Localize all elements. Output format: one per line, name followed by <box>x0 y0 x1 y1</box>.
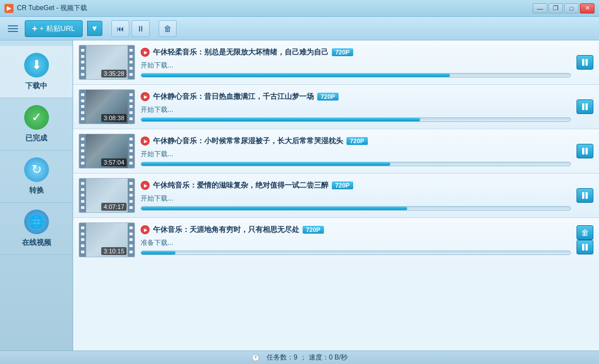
download-icon: ⬇ <box>24 53 49 78</box>
video-title: 午休静心音乐：小时候常常尿湿被子，长大后常常哭湿枕头 <box>153 136 343 146</box>
sidebar-label-download: 下载中 <box>25 81 47 91</box>
title-row: 午休纯音乐：爱情的滋味复杂，绝对值得一试二尝三醉 720P <box>141 180 571 190</box>
status-separator: ； <box>300 353 307 362</box>
play-icon <box>141 225 150 234</box>
app-icon: ▶ <box>4 4 13 13</box>
item-actions <box>577 144 593 158</box>
quality-badge: 720P <box>332 181 353 189</box>
delete-item-button[interactable]: 🗑 <box>577 225 593 240</box>
download-status: 准备下载... <box>141 238 571 248</box>
progress-bar-bg <box>141 206 571 211</box>
film-strip-left <box>79 134 86 168</box>
pause-item-button[interactable] <box>577 240 593 254</box>
video-duration: 3:10:15 <box>101 247 127 255</box>
film-strip-right <box>128 46 134 79</box>
pause-item-button[interactable] <box>577 144 593 158</box>
quality-badge: 720P <box>303 226 324 234</box>
title-row: 午休静心音乐：小时候常常尿湿被子，长大后常常哭湿枕头 720P <box>141 136 571 146</box>
pause-item-button[interactable] <box>577 188 593 203</box>
film-strip-right <box>128 90 134 124</box>
sidebar-item-convert[interactable]: ↻ 转换 <box>0 151 73 203</box>
thumbnail-2: 3:08:38 <box>79 89 135 124</box>
film-strip-left <box>79 90 86 124</box>
pause-bar-right <box>586 192 588 199</box>
clock-icon: 🕐 <box>251 354 260 362</box>
toolbar: + + 粘贴URL ▼ ⏮ ⏸ 🗑 <box>0 17 599 40</box>
download-item-4: 4:07:17 午休纯音乐：爱情的滋味复杂，绝对值得一试二尝三醉 720P 开始… <box>73 174 599 218</box>
plus-icon: + <box>32 24 37 34</box>
pause-bar-right <box>586 59 588 66</box>
status-bar: 🕐 任务数：9 ； 速度：0 B/秒 <box>0 351 599 364</box>
download-status: 开始下载... <box>141 149 571 159</box>
progress-bar-fill <box>141 118 420 121</box>
app-title: CR TubeGet - 视频下载 <box>17 3 533 13</box>
download-item-2: 3:08:38 午休静心音乐：昔日热血撒满江，千古江山梦一场 720P 开始下载… <box>73 85 599 129</box>
progress-bar-fill <box>141 251 175 254</box>
sidebar: ⬇ 下载中 ✓ 已完成 ↻ 转换 🌐 在线视频 <box>0 40 73 351</box>
video-title: 午休音乐：天涯地角有穷时，只有相思无尽处 <box>153 225 299 235</box>
paste-url-label: + 粘贴URL <box>39 24 75 34</box>
play-icon <box>141 136 150 145</box>
pause-bar-right <box>586 148 588 154</box>
thumbnail-4: 4:07:17 <box>79 178 135 213</box>
convert-icon: ↻ <box>24 157 49 182</box>
video-title: 午休静心音乐：昔日热血撒满江，千古江山梦一场 <box>153 92 314 102</box>
video-title: 午休纯音乐：爱情的滋味复杂，绝对值得一试二尝三醉 <box>153 180 328 190</box>
item-actions: 🗑 <box>577 225 593 254</box>
paste-url-button[interactable]: + + 粘贴URL <box>25 20 83 37</box>
video-duration: 3:57:04 <box>101 158 127 166</box>
task-count: 任务数：9 <box>267 353 298 362</box>
title-bar: ▶ CR TubeGet - 视频下载 — ❐ □ ✕ <box>0 0 599 17</box>
quality-badge: 720P <box>346 137 368 145</box>
video-duration: 4:07:17 <box>101 203 127 211</box>
download-item-5: 3:10:15 午休音乐：天涯地角有穷时，只有相思无尽处 720P 准备下载..… <box>73 218 599 262</box>
delete-button[interactable]: 🗑 <box>159 20 177 37</box>
menu-button[interactable] <box>6 23 20 34</box>
sidebar-label-complete: 已完成 <box>25 133 47 143</box>
item-info-2: 午休静心音乐：昔日热血撒满江，千古江山梦一场 720P 开始下载... <box>141 92 571 122</box>
pause-bar-left <box>582 148 584 154</box>
chevron-down-icon: ▼ <box>91 24 98 33</box>
window-controls: — ❐ □ ✕ <box>533 3 595 13</box>
title-row: 午休轻柔音乐：别总是无限放大坏情绪，自己难为自己 720P <box>141 47 571 57</box>
download-item-1: 3:35:28 午休轻柔音乐：别总是无限放大坏情绪，自己难为自己 720P 开始… <box>73 40 599 85</box>
download-list: 3:35:28 午休轻柔音乐：别总是无限放大坏情绪，自己难为自己 720P 开始… <box>73 40 599 351</box>
quality-badge: 720P <box>317 93 339 101</box>
maximize-button[interactable]: □ <box>564 3 579 13</box>
download-item-3: 3:57:04 午休静心音乐：小时候常常尿湿被子，长大后常常哭湿枕头 720P … <box>73 129 599 174</box>
item-actions <box>577 188 593 203</box>
progress-bar-bg <box>141 251 571 255</box>
film-strip-left <box>79 223 86 257</box>
thumbnail-5: 3:10:15 <box>79 222 135 257</box>
progress-bar-bg <box>141 162 571 166</box>
item-info-3: 午休静心音乐：小时候常常尿湿被子，长大后常常哭湿枕头 720P 开始下载... <box>141 136 571 166</box>
download-speed: 速度：0 B/秒 <box>309 353 348 362</box>
item-info-1: 午休轻柔音乐：别总是无限放大坏情绪，自己难为自己 720P 开始下载... <box>141 47 571 78</box>
film-strip-left <box>79 46 86 79</box>
minimize-button[interactable]: — <box>533 3 547 13</box>
sidebar-label-online: 在线视频 <box>22 238 51 248</box>
pause-bar-left <box>582 59 584 66</box>
close-button[interactable]: ✕ <box>580 3 595 13</box>
sidebar-item-complete[interactable]: ✓ 已完成 <box>0 98 73 151</box>
item-info-5: 午休音乐：天涯地角有穷时，只有相思无尽处 720P 准备下载... <box>141 225 571 255</box>
skip-back-button[interactable]: ⏮ <box>111 20 129 37</box>
pause-bar-left <box>582 244 584 251</box>
pause-all-button[interactable]: ⏸ <box>132 20 150 37</box>
video-duration: 3:08:38 <box>101 114 127 122</box>
paste-url-dropdown[interactable]: ▼ <box>87 21 102 36</box>
film-strip-right <box>128 179 134 212</box>
item-actions <box>577 55 593 70</box>
thumbnail-3: 3:57:04 <box>79 134 135 169</box>
restore-button[interactable]: ❐ <box>548 3 563 13</box>
progress-bar-fill <box>141 207 407 210</box>
play-icon <box>141 92 150 101</box>
sidebar-item-online[interactable]: 🌐 在线视频 <box>0 203 73 255</box>
pause-item-button[interactable] <box>577 55 593 70</box>
progress-bar-fill <box>141 74 450 77</box>
progress-bar-bg <box>141 73 571 78</box>
sidebar-label-convert: 转换 <box>29 185 44 195</box>
sidebar-item-download[interactable]: ⬇ 下载中 <box>0 46 73 98</box>
play-icon <box>141 48 150 57</box>
pause-item-button[interactable] <box>577 99 593 114</box>
